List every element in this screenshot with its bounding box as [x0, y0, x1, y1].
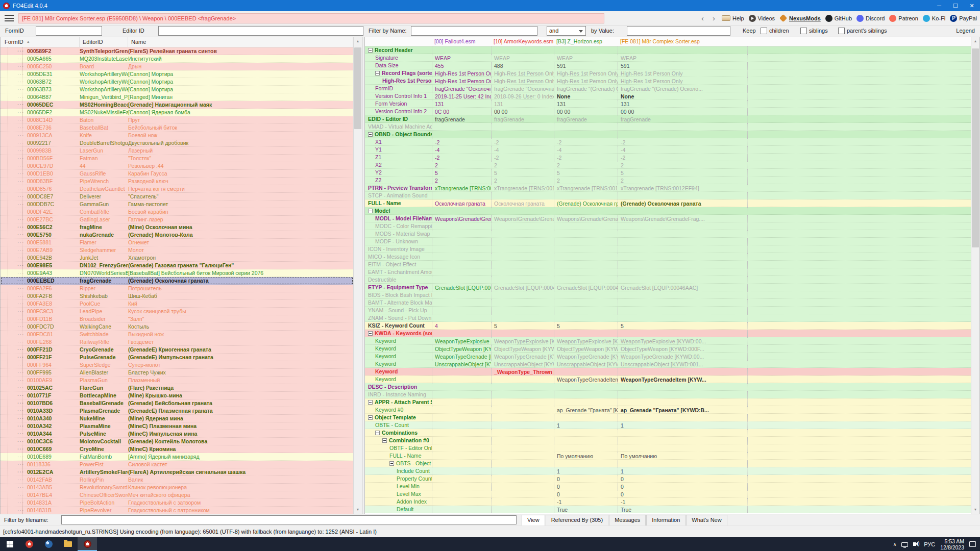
record-row[interactable]: 000FA2F6RipperПотрошитель [1, 285, 353, 292]
record-row[interactable]: 0014831APipeBoltActionГладкоствольный с … [1, 499, 353, 507]
keep-siblings-checkbox[interactable] [800, 28, 807, 34]
tree-row[interactable]: YNAM - Sound - Pick Up [365, 307, 971, 314]
record-row[interactable]: 000FA2FBShishkebabШиш-Кебаб [1, 292, 353, 300]
collapse-icon[interactable] [368, 132, 373, 137]
record-row[interactable]: 000CE97D44Револьвер .44 [1, 162, 353, 170]
discord-link[interactable]: Discord [856, 15, 885, 22]
tree-row[interactable]: X1-2-2-2-2 [365, 138, 971, 146]
legend-link[interactable]: Legend [956, 28, 975, 34]
record-row[interactable]: 0005A665MQ203InstituteLaser...Институтск… [1, 55, 353, 63]
record-row[interactable]: 00100AE9PlasmaGunПлазменный [1, 377, 353, 384]
tree-row[interactable]: BIDS - Block Bash Impact Dat... [365, 291, 971, 299]
filter-operator-select[interactable]: and [547, 26, 586, 36]
back-arrow-icon[interactable]: ‹ [699, 14, 706, 22]
record-row[interactable]: 0005C250BoardДрын [1, 63, 353, 70]
record-row[interactable]: 000D1EB0GaussRifleКарабин Гаусса [1, 170, 353, 178]
tree-row[interactable]: Version Control Info 12019-11-25 User: 4… [365, 92, 971, 100]
left-scrollbar-thumb[interactable] [354, 47, 361, 129]
collapse-icon[interactable] [375, 431, 380, 435]
maximize-button[interactable]: ☐ [947, 0, 964, 11]
record-row[interactable]: 0010771FBottlecapMine(Mine) Крышко-мина [1, 392, 353, 399]
record-row[interactable]: 000DDB7CGammaGunГамма-пистолет [1, 201, 353, 208]
record-row[interactable]: 000FF995AlienBlasterБластер Чужих [1, 369, 353, 377]
tree-row[interactable]: KSIZ - Keyword Count4555 [365, 322, 971, 330]
plugin-column-header[interactable]: [00] Fallout4.esm [432, 37, 491, 46]
menu-icon[interactable] [5, 15, 14, 21]
keep-children-checkbox[interactable] [761, 28, 767, 34]
scroll-up-icon[interactable]: ▲ [971, 37, 979, 45]
filter-by-filename-input[interactable] [61, 515, 517, 524]
plugin-column-header[interactable]: [10] ArmorKeywords.esm [491, 37, 554, 46]
tree-row[interactable]: MODL - Model FileNameWeapons\Grenade\Gre… [365, 215, 971, 222]
tree-row[interactable]: MODF - Unknown [365, 238, 971, 245]
forward-arrow-icon[interactable]: › [710, 14, 717, 22]
record-row[interactable]: 000FC9C3LeadPipeКусок свинцовой трубы [1, 308, 353, 315]
tree-row[interactable]: ZNAM - Sound - Put Down [365, 314, 971, 322]
right-scrollbar[interactable]: ▲ ▼ [971, 37, 979, 514]
tree-row[interactable]: EAMT - Enchantment Amount [365, 268, 971, 276]
record-row[interactable]: 000DC8E7Deliverer"Спаситель" [1, 193, 353, 201]
paypal-link[interactable]: PayPal [950, 15, 977, 22]
patreon-link[interactable]: Patreon [889, 15, 918, 22]
tree-row[interactable]: Z1-2-2-2-2 [365, 154, 971, 161]
tree-row[interactable]: ETYP - Equipment TypeGrenadeSlot [EQUP:0… [365, 284, 971, 291]
taskbar-app-icon-3[interactable] [58, 537, 78, 551]
record-row[interactable]: 00065DF2MS02NukeMissileFar[Cannon] Ядерн… [1, 109, 353, 116]
tree-row[interactable]: Version Control Info 20C 0000 0000 0000 … [365, 108, 971, 115]
breadcrumb[interactable]: [FE 081] M8r Complex Sorter.esp (E5950BD… [18, 13, 604, 23]
tree-row[interactable]: EDID - Editor IDfragGrenadefragGrenadefr… [365, 115, 971, 123]
tree-row[interactable]: Destructible [365, 276, 971, 284]
tree-row[interactable]: Record Header [365, 46, 971, 54]
tree-row[interactable]: KWDA - Keywords (sorted) [365, 330, 971, 337]
record-row[interactable]: 000E98E5DN102_FrenzyGren...(Grenade) Газ… [1, 262, 353, 269]
record-row[interactable]: 00143AB5RevolutionarySwordКлинок революц… [1, 484, 353, 491]
tree-row[interactable]: Level Max00 [365, 490, 971, 498]
tab-information[interactable]: Information [646, 515, 685, 525]
tree-row[interactable]: Z22222 [365, 177, 971, 184]
record-row[interactable]: 0010A342PlasmaMine(MineC) Плазменная мин… [1, 422, 353, 430]
record-row[interactable]: 000E5750nukaGrenade(Grenade) Молотов-Кол… [1, 231, 353, 239]
record-row-selected[interactable]: 000EEBEDfragGrenade(Grenade) Осколочная … [1, 277, 353, 285]
record-row[interactable]: 000D83BFPipeWrenchРазводной ключ [1, 178, 353, 185]
tree-row[interactable]: FULL - NameОсколочная гранатаОсколочная … [365, 199, 971, 207]
kofi-link[interactable]: Ko-Fi [923, 15, 945, 22]
tree-row[interactable]: OBTF - Editor Only [365, 444, 971, 452]
collapse-icon[interactable] [368, 331, 373, 336]
record-row[interactable]: 0010E689FatManBomb[Ammo] Ядерный минизар… [1, 453, 353, 461]
tab-view[interactable]: View [522, 515, 545, 525]
record-row[interactable]: 00118336PowerFistСиловой кастет [1, 461, 353, 468]
tree-row[interactable]: SignatureWEAPWEAPWEAPWEAP [365, 54, 971, 62]
collapse-icon[interactable] [375, 71, 380, 76]
record-row[interactable]: 0010A344PulseMine(MineC) Импульсная мина [1, 430, 353, 438]
tab-what-s-new[interactable]: What's New [686, 515, 727, 525]
tree-row[interactable]: VMAD - Virtual Machine Ada... [365, 123, 971, 131]
videos-link[interactable]: Videos [749, 15, 775, 22]
record-row[interactable]: 000FF964SuperSledgeСупер-молот [1, 361, 353, 369]
record-row[interactable]: 0012E2CAArtillerySmokeFlare(FlareA) Арти… [1, 468, 353, 476]
record-row[interactable]: 000FDC7DWalkingCaneКостыль [1, 323, 353, 331]
github-link[interactable]: GitHub [825, 15, 852, 22]
record-row[interactable]: 00064B87Minigun_Vertibird_Pl...[Ranged] … [1, 93, 353, 101]
tree-row[interactable]: X22222 [365, 161, 971, 169]
tree-row[interactable]: KeywordUnscrappableObject [KYWD:001...Un… [365, 360, 971, 368]
record-row[interactable]: 000FD11BBroadsider"Залп" [1, 315, 353, 323]
tree-row[interactable]: KeywordWeaponTypeGrenade [KYWD:00...Weap… [365, 353, 971, 360]
tree-row[interactable]: Include Count11 [365, 467, 971, 475]
scroll-up-icon[interactable]: ▲ [354, 37, 362, 45]
record-row[interactable]: 000589F2SynthTeleportGrena...(FlareS) Ре… [1, 47, 353, 55]
clock[interactable]: 5:53 AM 12/8/2023 [940, 538, 964, 550]
tree-row[interactable]: High-Res 1st Person ...High-Res 1st Pers… [365, 77, 971, 85]
record-row[interactable]: 00142FABRollingPinВалик [1, 476, 353, 484]
formid-input[interactable] [36, 26, 102, 36]
record-row[interactable]: 0008C14DBatonПрут [1, 116, 353, 124]
record-row[interactable]: 0008E736BaseballBatБейсбольный биток [1, 124, 353, 132]
record-row[interactable]: 0014831BPipeRevolverГладкоствольный с па… [1, 507, 353, 514]
record-row[interactable]: 00063B72WorkshopArtilleryWe...[Cannon] М… [1, 78, 353, 86]
taskbar-fo4edit-button[interactable] [78, 537, 97, 551]
plugin-column-header[interactable]: [B3] Z_Horizon.esp [554, 37, 618, 46]
tree-row[interactable]: BAMT - Alternate Block Mate... [365, 299, 971, 307]
record-row[interactable]: 001025ACFlareGun(Flare) Ракетница [1, 384, 353, 392]
tree-row[interactable]: DefaultTrueTrue [365, 506, 971, 513]
filter-by-name-input[interactable] [411, 26, 537, 36]
record-row[interactable]: 00063B73WorkshopArtilleryWe...[Cannon] М… [1, 86, 353, 93]
